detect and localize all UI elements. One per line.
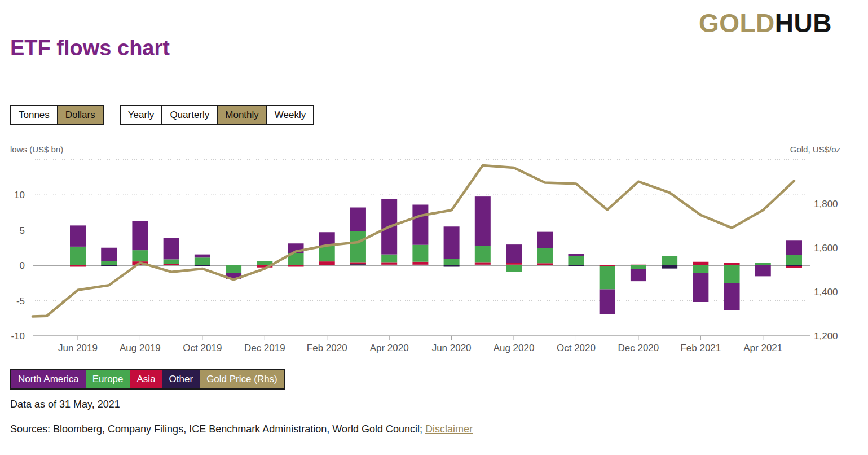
bar-segment-europe xyxy=(693,265,708,273)
left-axis-caption: lows (US$ bn) xyxy=(10,145,63,154)
bar-segment-europe xyxy=(70,247,86,265)
left-axis-tick-label: 0 xyxy=(20,260,25,271)
bar-segment-other xyxy=(101,265,117,266)
bar-segment-europe xyxy=(132,250,148,261)
bar-segment-na xyxy=(506,244,522,263)
period-toggle-group: YearlyQuarterlyMonthlyWeekly xyxy=(120,105,315,125)
bar-segment-asia xyxy=(506,263,522,265)
toggle-monthly[interactable]: Monthly xyxy=(217,105,267,125)
bar-segment-asia xyxy=(600,265,615,266)
bar-segment-europe xyxy=(195,257,210,265)
bar-segment-europe xyxy=(444,259,460,265)
toggle-dollars[interactable]: Dollars xyxy=(57,105,104,125)
x-tick-label: Apr 2021 xyxy=(743,343,782,353)
bar-segment-asia xyxy=(631,265,646,265)
bar-segment-europe xyxy=(164,259,179,264)
x-tick-label: Oct 2020 xyxy=(557,343,596,353)
bar-segment-europe xyxy=(226,265,241,273)
left-axis-tick-label: 5 xyxy=(20,225,25,236)
legend-item-other[interactable]: Other xyxy=(162,370,200,388)
bar-segment-na xyxy=(350,208,366,231)
bar-segment-asia xyxy=(288,265,304,267)
bar-segment-europe xyxy=(506,265,522,272)
toggle-quarterly[interactable]: Quarterly xyxy=(161,105,218,125)
bar-segment-other xyxy=(568,265,584,266)
bar-segment-other xyxy=(786,265,802,266)
x-tick-label: Feb 2021 xyxy=(680,343,721,353)
bar-segment-europe xyxy=(101,261,117,266)
bar-segment-europe xyxy=(412,245,428,262)
bar-segment-europe xyxy=(257,261,272,266)
right-axis-tick-label: 1,400 xyxy=(814,287,838,298)
bar-segment-europe xyxy=(537,248,553,263)
unit-toggle-group: TonnesDollars xyxy=(10,105,104,125)
bar-segment-asia xyxy=(693,262,708,265)
bar-segment-other xyxy=(506,265,522,265)
bar-segment-other xyxy=(195,265,210,266)
bar-segment-na xyxy=(132,221,148,250)
bar-segment-europe xyxy=(724,265,740,283)
right-axis-tick-label: 1,800 xyxy=(814,199,838,209)
bar-segment-asia xyxy=(319,261,335,265)
goldhub-logo: GOLDHUB xyxy=(699,8,832,38)
bar-segment-na xyxy=(226,273,241,279)
sources-line: Sources: Bloomberg, Company Filings, ICE… xyxy=(10,423,473,435)
bar-segment-other xyxy=(662,265,677,269)
bar-segment-europe xyxy=(568,256,584,265)
left-axis-tick-label: -5 xyxy=(16,296,25,307)
bar-segment-other xyxy=(350,264,366,265)
logo-hub-text: HUB xyxy=(775,8,832,38)
bar-segment-europe xyxy=(755,262,771,265)
bar-segment-na xyxy=(724,283,740,310)
x-tick-label: Aug 2020 xyxy=(494,343,535,353)
chart-legend: North AmericaEuropeAsiaOtherGold Price (… xyxy=(10,369,285,390)
bar-segment-europe xyxy=(288,253,304,265)
legend-item-asia[interactable]: Asia xyxy=(130,370,162,388)
left-axis-tick-label: 10 xyxy=(14,190,25,200)
gold-price-line xyxy=(33,165,794,317)
bar-segment-na xyxy=(755,265,771,276)
right-axis-tick-label: 1,200 xyxy=(814,331,838,342)
x-tick-label: Jun 2020 xyxy=(432,343,472,353)
bar-segment-asia xyxy=(70,265,86,267)
toggle-yearly[interactable]: Yearly xyxy=(120,105,163,125)
x-tick-label: Dec 2020 xyxy=(618,343,659,353)
bar-segment-na xyxy=(70,225,86,247)
bar-segment-other xyxy=(381,265,397,265)
bar-segment-na xyxy=(693,273,708,302)
toggle-tonnes[interactable]: Tonnes xyxy=(10,105,58,125)
bar-segment-asia xyxy=(350,262,366,264)
bar-segment-na xyxy=(288,243,304,253)
logo-gold-text: GOLD xyxy=(699,8,775,38)
bar-segment-asia xyxy=(786,266,802,268)
bar-segment-na xyxy=(412,205,428,245)
bar-segment-na xyxy=(631,269,646,281)
bar-segment-na xyxy=(537,232,553,248)
x-tick-label: Oct 2019 xyxy=(183,343,222,353)
bar-segment-na xyxy=(164,238,179,260)
bar-segment-asia xyxy=(257,265,272,268)
x-tick-label: Aug 2019 xyxy=(120,343,161,353)
x-tick-label: Jun 2019 xyxy=(58,343,98,353)
bar-segment-na xyxy=(381,199,397,255)
legend-item-north-america[interactable]: North America xyxy=(11,370,86,388)
bar-segment-asia xyxy=(537,263,553,265)
bar-segment-asia xyxy=(724,263,740,265)
x-tick-label: Feb 2020 xyxy=(307,343,347,353)
toggle-weekly[interactable]: Weekly xyxy=(266,105,314,125)
disclaimer-link[interactable]: Disclaimer xyxy=(425,423,473,435)
bar-segment-asia xyxy=(164,264,179,266)
legend-item-europe[interactable]: Europe xyxy=(86,370,130,388)
bar-segment-na xyxy=(101,248,117,261)
bar-segment-asia xyxy=(132,261,148,265)
bar-segment-europe xyxy=(662,256,677,265)
bar-segment-na xyxy=(195,255,210,258)
bar-segment-other xyxy=(475,265,491,265)
bar-segment-europe xyxy=(319,246,335,262)
bar-segment-europe xyxy=(475,246,491,262)
legend-item-gold-price-rhs-[interactable]: Gold Price (Rhs) xyxy=(200,370,284,388)
bar-segment-na xyxy=(786,240,802,255)
x-tick-label: Apr 2020 xyxy=(370,343,409,353)
data-as-of-text: Data as of 31 May, 2021 xyxy=(10,399,120,410)
bar-segment-europe xyxy=(631,265,646,269)
